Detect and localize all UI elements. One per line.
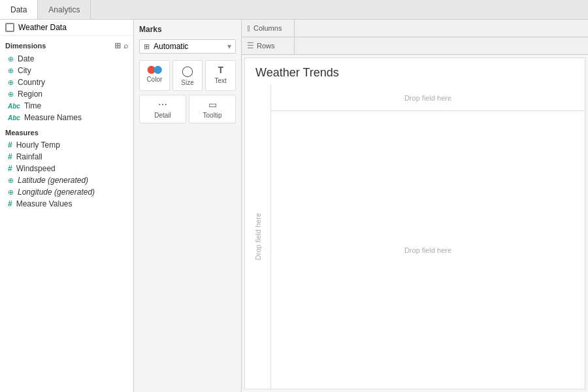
- marks-type-label: Automatic: [154, 42, 188, 51]
- size-icon: ◯: [182, 65, 193, 77]
- field-city[interactable]: ⊕ City: [0, 65, 133, 76]
- globe-icon: ⊕: [8, 78, 14, 87]
- top-tab-bar: Data Analytics: [0, 0, 588, 20]
- columns-shelf: ⫿ Columns: [242, 20, 588, 37]
- marks-size-button[interactable]: ◯ Size: [172, 60, 203, 91]
- drop-field-top[interactable]: Drop field here: [271, 85, 585, 111]
- field-date[interactable]: ⊕ Date: [0, 53, 133, 65]
- columns-drop-zone[interactable]: [294, 20, 588, 37]
- marks-type-dropdown[interactable]: ⊞ Automatic ▾: [139, 39, 236, 54]
- datasource-icon: [5, 23, 14, 32]
- marks-tooltip-button[interactable]: ▭ Tooltip: [189, 95, 236, 123]
- drop-field-left[interactable]: Drop field here: [254, 213, 262, 260]
- hash-icon: #: [8, 140, 12, 150]
- field-windspeed[interactable]: # Windspeed: [0, 163, 133, 174]
- globe-icon: ⊕: [8, 176, 14, 185]
- rows-icon: ☰: [247, 41, 254, 50]
- rows-label: Rows: [257, 42, 275, 50]
- dropdown-arrow-icon: ▾: [227, 42, 231, 51]
- field-longitude[interactable]: ⊕ Longitude (generated): [0, 186, 133, 198]
- right-panel: ⫿ Columns ☰ Rows Weather Trends Drop fie…: [242, 20, 588, 392]
- canvas-body: Drop field here Drop field here Drop fie…: [245, 85, 585, 389]
- rows-drop-zone[interactable]: [294, 37, 588, 54]
- marks-panel: Marks ⊞ Automatic ▾ ⬤⬤ Color ◯ Size T Te…: [134, 20, 242, 392]
- datasource-row[interactable]: Weather Data: [0, 20, 133, 36]
- columns-icon: ⫿: [247, 24, 251, 33]
- abc-icon: Abc: [8, 103, 20, 110]
- tab-analytics[interactable]: Analytics: [38, 0, 91, 19]
- drop-field-main[interactable]: Drop field here: [271, 111, 585, 389]
- marks-buttons-row1: ⬤⬤ Color ◯ Size T Text: [139, 60, 236, 91]
- field-time[interactable]: Abc Time: [0, 100, 133, 112]
- marks-color-button[interactable]: ⬤⬤ Color: [139, 60, 170, 91]
- tab-data[interactable]: Data: [0, 0, 38, 19]
- hash-icon: #: [8, 199, 12, 208]
- field-measure-values[interactable]: # Measure Values: [0, 198, 133, 210]
- color-dots-icon: ⬤⬤: [147, 65, 162, 74]
- left-panel: Weather Data Dimensions ⊞ ⌕ ⊕ Date ⊕ Cit…: [0, 20, 134, 392]
- main-layout: Weather Data Dimensions ⊞ ⌕ ⊕ Date ⊕ Cit…: [0, 20, 588, 392]
- field-rainfall[interactable]: # Rainfall: [0, 151, 133, 163]
- canvas-area: Weather Trends Drop field here Drop fiel…: [244, 57, 585, 389]
- rows-shelf: ☰ Rows: [242, 37, 588, 55]
- hash-icon: #: [8, 152, 12, 161]
- datasource-label: Weather Data: [18, 23, 67, 32]
- globe-icon: ⊕: [8, 90, 14, 99]
- canvas-left-axis: Drop field here: [245, 85, 271, 389]
- detail-icon: ⋯: [158, 99, 167, 110]
- field-hourly-temp[interactable]: # Hourly Temp: [0, 139, 133, 151]
- search-dims-icon[interactable]: ⌕: [123, 41, 128, 50]
- globe-icon: ⊕: [8, 188, 14, 197]
- marks-buttons-row2: ⋯ Detail ▭ Tooltip: [139, 95, 236, 123]
- globe-icon: ⊕: [8, 55, 14, 63]
- marks-title: Marks: [139, 25, 236, 34]
- canvas-content: Drop field here Drop field here: [271, 85, 585, 389]
- tooltip-icon: ▭: [208, 99, 217, 110]
- field-country[interactable]: ⊕ Country: [0, 76, 133, 88]
- measures-header: Measures: [0, 123, 133, 139]
- field-region[interactable]: ⊕ Region: [0, 88, 133, 100]
- hash-icon: #: [8, 164, 12, 173]
- globe-icon: ⊕: [8, 67, 14, 75]
- field-measure-names[interactable]: Abc Measure Names: [0, 112, 133, 123]
- marks-text-button[interactable]: T Text: [205, 60, 236, 91]
- field-latitude[interactable]: ⊕ Latitude (generated): [0, 174, 133, 186]
- automatic-icon: ⊞: [144, 42, 150, 51]
- canvas-title: Weather Trends: [245, 58, 585, 85]
- columns-label: Columns: [253, 24, 282, 32]
- marks-detail-button[interactable]: ⋯ Detail: [139, 95, 186, 123]
- grid-view-icon[interactable]: ⊞: [114, 41, 121, 50]
- abc-icon: Abc: [8, 114, 20, 122]
- text-icon: T: [218, 65, 223, 75]
- dimensions-header: Dimensions ⊞ ⌕: [0, 36, 133, 53]
